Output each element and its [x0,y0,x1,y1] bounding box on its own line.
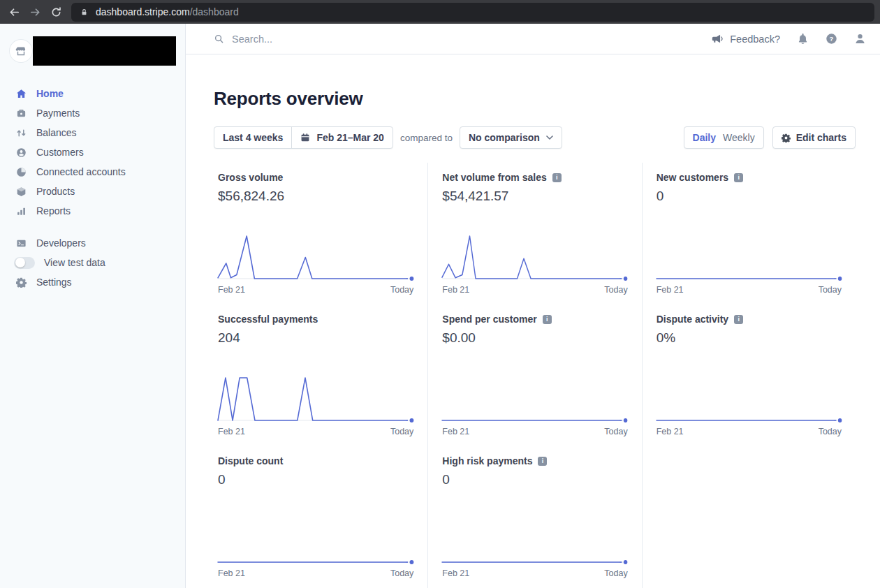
megaphone-icon [712,34,724,44]
sidebar-item-label: Connected accounts [36,166,126,177]
sidebar-item-reports[interactable]: Reports [0,201,185,221]
info-icon[interactable]: i [552,173,562,182]
calendar-icon [300,133,310,142]
url-path: /dashboard [190,6,239,17]
sidebar-item-customers[interactable]: Customers [0,142,185,162]
metric-card[interactable]: Spend per customeri$0.00Feb 21Today [427,304,641,446]
axis-label-start: Feb 21 [442,568,469,578]
sidebar-item-label: Developers [36,237,86,249]
axis-label-start: Feb 21 [657,427,684,436]
sidebar: HomePaymentsBalancesCustomersConnected a… [0,24,186,588]
forward-icon[interactable] [25,2,45,22]
search-input[interactable]: Search... [214,34,272,45]
sparkline-chart [218,516,413,565]
metric-value: 204 [218,330,413,346]
user-icon[interactable] [854,33,866,45]
feedback-label: Feedback? [730,34,780,45]
metric-card[interactable]: Dispute count0Feb 21Today [214,446,427,588]
lock-icon [80,8,89,17]
range-dropdown[interactable]: Last 4 weeks [214,127,291,148]
axis-label-end: Today [390,568,413,578]
search-icon [214,34,224,44]
help-icon[interactable]: ? [826,33,837,45]
reports-icon [15,205,27,216]
metric-card[interactable]: Dispute activityi0%Feb 21Today [642,304,856,446]
metric-value: 0% [657,330,842,346]
axis-label-end: Today [604,427,627,436]
svg-text:?: ? [830,35,834,43]
sidebar-item-label: Products [36,186,75,197]
metric-card[interactable]: High risk paymentsi0Feb 21Today [427,446,641,588]
sidebar-item-label: Settings [36,277,72,288]
sidebar-item-home[interactable]: Home [0,84,185,103]
comparison-label: No comparison [469,132,540,143]
empty-cell [642,446,856,588]
axis-label-start: Feb 21 [657,285,684,295]
search-placeholder: Search... [232,34,272,45]
page-title: Reports overview [214,88,856,110]
account-switcher[interactable] [0,32,185,70]
interval-weekly[interactable]: Weekly [723,132,755,143]
metric-title: Gross volume [218,172,283,183]
axis-label-end: Today [390,427,413,436]
gear-icon [782,133,791,142]
sparkline-chart [657,233,842,281]
metric-title: Dispute count [218,455,283,466]
metric-card[interactable]: Gross volume$56,824.26Feb 21Today [214,163,427,304]
info-icon[interactable]: i [734,315,743,324]
sidebar-item-balances[interactable]: Balances [0,123,185,142]
settings-icon [15,277,27,288]
comparison-dropdown[interactable]: No comparison [460,126,562,149]
sparkline-chart [218,374,413,423]
metric-title: Spend per customer [442,314,536,325]
sparkline-chart [657,374,842,423]
axis-label-end: Today [604,285,627,295]
info-icon[interactable]: i [538,457,547,466]
customers-icon [15,147,27,158]
metric-title: Net volume from sales [442,172,546,183]
info-icon[interactable]: i [543,315,552,324]
sidebar-item-label: Balances [36,127,77,138]
sidebar-item-products[interactable]: Products [0,182,185,201]
payments-icon [15,108,27,119]
test-data-toggle[interactable] [14,257,35,269]
sidebar-item-view-test-data[interactable]: View test data [0,253,185,272]
axis-label-end: Today [819,285,842,295]
info-icon[interactable]: i [734,173,743,182]
axis-label-end: Today [604,568,627,578]
storefront-icon [10,40,32,62]
metric-card[interactable]: Net volume from salesi$54,421.57Feb 21To… [427,163,641,304]
metric-value: 0 [218,472,413,487]
date-range-button[interactable]: Feb 21–Mar 20 [291,127,393,148]
sparkline-chart [442,516,627,565]
axis-label-end: Today [390,285,413,295]
sidebar-item-settings[interactable]: Settings [0,272,185,292]
edit-charts-button[interactable]: Edit charts [772,126,856,149]
metric-value: 0 [657,189,842,204]
interval-toggle[interactable]: Daily Weekly [684,126,764,149]
compared-to-label: compared to [400,133,453,143]
metric-title: Successful payments [218,314,318,325]
products-icon [15,186,27,197]
chevron-down-icon [546,135,553,140]
back-icon[interactable] [4,2,24,22]
metric-card[interactable]: Successful payments204Feb 21Today [214,304,427,446]
metric-value: $54,421.57 [442,189,627,204]
bell-icon[interactable] [797,33,809,45]
metric-title: High risk payments [442,455,532,466]
sidebar-item-label: Payments [36,108,80,119]
sidebar-item-label: Home [36,88,64,99]
feedback-button[interactable]: Feedback? [712,34,780,45]
range-label: Last 4 weeks [223,132,283,143]
url-bar[interactable]: dashboard.stripe.com/dashboard [71,3,874,22]
sidebar-item-payments[interactable]: Payments [0,103,185,123]
url-host: dashboard.stripe.com [96,6,190,17]
sidebar-item-developers[interactable]: Developers [0,233,185,253]
metric-card[interactable]: New customersi0Feb 21Today [642,163,856,304]
sparkline-chart [442,233,627,281]
reload-icon[interactable] [46,2,66,22]
interval-daily[interactable]: Daily [693,132,716,143]
metric-value: 0 [442,472,627,487]
axis-label-end: Today [819,427,842,436]
sidebar-item-connected-accounts[interactable]: Connected accounts [0,162,185,182]
